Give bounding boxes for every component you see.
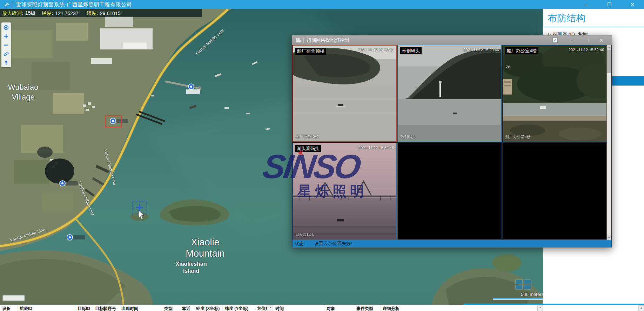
map-label-mountain-2: Mountain xyxy=(186,248,224,259)
scroll-up-icon[interactable]: ▲ xyxy=(539,306,542,309)
device-marker[interactable] xyxy=(110,118,128,124)
status-message: 设置云台位置失败! xyxy=(314,241,352,247)
sidebar-scrollbar[interactable]: ▲ xyxy=(638,305,644,311)
map-attribution xyxy=(3,295,25,301)
col-object: 对象 xyxy=(324,305,354,311)
col-track-id: 航迹ID xyxy=(18,305,75,311)
camera-feed-3 xyxy=(503,45,606,142)
camera-tile-3[interactable]: 船厂办公室4楼 2021-11-12 15:52:46 Z8 船厂办公室4楼 xyxy=(503,45,607,142)
window-controls: – ❐ ✕ xyxy=(575,0,644,9)
application-window: Wubaiao Village Xiaolie Mountain Xiaolie… xyxy=(0,0,644,311)
col-type: 类型 xyxy=(162,305,180,311)
camera-osd-text: 船厂宿舍顶楼 xyxy=(296,134,319,139)
col-latitude: 纬度 (Y坐标) xyxy=(223,305,255,311)
map-label-village-2: Village xyxy=(12,93,35,101)
col-frame-no: 目标帧序号 xyxy=(93,305,119,311)
map-scale: 500 meters xyxy=(493,292,544,300)
app-logo-icon xyxy=(3,1,10,8)
col-event-type: 事件类型 xyxy=(354,305,381,311)
restore-icon[interactable]: ❐ xyxy=(602,2,617,7)
app-titlebar: 雷球探照灯预警系统-广西星烁照明工程有限公司 xyxy=(0,0,644,9)
col-azimuth: 方位角 xyxy=(255,305,268,311)
camera-feed-1 xyxy=(293,46,396,141)
titlebar-separator xyxy=(12,2,12,7)
zoom-out-icon[interactable] xyxy=(3,42,9,48)
camera-timestamp: 2021-11-12 15:29:46 xyxy=(463,48,499,52)
camera-tile-6-empty[interactable] xyxy=(503,143,607,240)
camera-feed-2 xyxy=(398,45,501,142)
col-target-id: 目标ID xyxy=(75,305,93,311)
col-analysis: 详细分析 xyxy=(381,305,537,311)
camera-osd-text: 禾创码头 xyxy=(400,134,416,140)
left-table-scrollbar[interactable]: ▲ xyxy=(268,305,273,311)
sidebar-title: 布防结构 xyxy=(543,9,644,27)
col-appear-time: 出现时间 xyxy=(119,305,162,311)
video-status-bar: 状态: 设置云台位置失败! xyxy=(292,240,612,247)
camera-tile-5-empty[interactable] xyxy=(397,143,502,240)
zoom-in-icon[interactable] xyxy=(3,33,9,39)
panel-divider-line xyxy=(464,304,644,305)
scrollbar-thumb[interactable] xyxy=(607,50,611,73)
measure-icon[interactable] xyxy=(3,50,9,57)
col-time: 时间 xyxy=(273,305,324,311)
close-icon[interactable]: ✕ xyxy=(594,38,608,43)
camera-osd-text: 湖头渡码头 xyxy=(295,232,315,237)
col-device: 设备 xyxy=(0,305,18,311)
camera-name-badge: 湖头渡码头 xyxy=(295,145,321,152)
longitude-label: 经度: xyxy=(42,10,53,16)
camera-timestamp: 2021-11-12 15:52:46 xyxy=(358,146,394,150)
pin-checkbox[interactable]: ✓ xyxy=(552,38,558,43)
app-title: 雷球探照灯预警系统-广西星烁照明工程有限公司 xyxy=(16,1,132,8)
status-label: 状态: xyxy=(295,241,305,247)
latitude-value: 29.61015° xyxy=(100,11,122,16)
scroll-up-icon[interactable]: ▲ xyxy=(269,306,272,309)
col-approach: 靠近 xyxy=(180,305,194,311)
locate-icon[interactable] xyxy=(3,24,9,31)
map-info-bar: 放大级别: 15级 经度: 121.75237° 纬度: 29.61015° xyxy=(0,9,202,17)
map-toolbar xyxy=(1,22,11,67)
device-marker[interactable] xyxy=(67,235,85,240)
device-marker[interactable] xyxy=(60,181,78,186)
camera-tile-4[interactable]: 湖头渡码头 2021-11-12 15:52:46 湖头渡码头 xyxy=(293,143,397,240)
camera-grid: 船厂宿舍顶楼 2021-11-12 15:29:43 船厂宿舍顶楼 禾创码 xyxy=(293,45,607,240)
video-window-titlebar[interactable]: 超脑网络探照灯控制 ✓ – □ ✕ xyxy=(292,35,612,45)
camera-icon xyxy=(295,38,301,43)
minimize-icon[interactable]: – xyxy=(578,2,594,7)
map-scale-bar xyxy=(493,298,544,300)
check-icon: ✓ xyxy=(553,38,557,43)
video-grid-scrollbar[interactable]: ▲ ▼ xyxy=(607,45,611,240)
zoom-level-value: 15级 xyxy=(25,10,36,16)
col-longitude: 经度 (X坐标) xyxy=(194,305,223,311)
video-window-title: 超脑网络探照灯控制 xyxy=(307,37,552,43)
titlebar-separator xyxy=(303,38,304,43)
scroll-up-icon[interactable]: ▲ xyxy=(640,306,643,309)
minimize-icon[interactable]: – xyxy=(566,38,580,43)
camera-name-badge: 船厂办公室4楼 xyxy=(505,47,538,54)
map-label-island-1: Xiaolieshan xyxy=(176,261,207,267)
zoom-level-label: 放大级别: xyxy=(2,10,23,16)
map-label-village-1: Wubaiao xyxy=(8,83,38,92)
map-scale-text: 500 meters xyxy=(493,292,544,297)
camera-timestamp: 2021-11-12 15:29:43 xyxy=(358,48,394,52)
camera-osd-text: 船厂办公室4楼 xyxy=(505,134,531,140)
scroll-up-icon[interactable]: ▲ xyxy=(607,45,611,50)
camera-feed-4 xyxy=(293,143,396,239)
right-table-scrollbar[interactable]: ▲ xyxy=(537,305,543,311)
pin-icon[interactable] xyxy=(3,59,9,66)
maximize-icon[interactable]: □ xyxy=(580,38,594,43)
close-icon[interactable]: ✕ xyxy=(625,2,640,7)
map-label-mountain-1: Xiaolie xyxy=(191,237,219,248)
scroll-down-icon[interactable]: ▼ xyxy=(607,235,611,240)
event-table-header: 设备 航迹ID 目标ID 目标帧序号 出现时间 类型 靠近 经度 (X坐标) 纬… xyxy=(0,305,543,311)
camera-osd-z8: Z8 xyxy=(506,65,510,69)
latitude-label: 纬度: xyxy=(87,10,98,16)
map-label-island-2: Island xyxy=(183,268,199,274)
camera-tile-2[interactable]: 禾创码头 2021-11-12 15:29:46 禾创码头 xyxy=(397,45,502,142)
camera-name-badge: 禾创码头 xyxy=(400,47,422,54)
camera-timestamp: 2021-11-12 15:52:46 xyxy=(569,48,604,52)
camera-tile-1[interactable]: 船厂宿舍顶楼 2021-11-12 15:29:43 船厂宿舍顶楼 xyxy=(293,45,397,142)
camera-name-badge: 船厂宿舍顶楼 xyxy=(295,48,326,55)
searchlight-control-window: 超脑网络探照灯控制 ✓ – □ ✕ 船厂宿舍顶楼 xyxy=(292,35,612,248)
longitude-value: 121.75237° xyxy=(55,11,80,16)
